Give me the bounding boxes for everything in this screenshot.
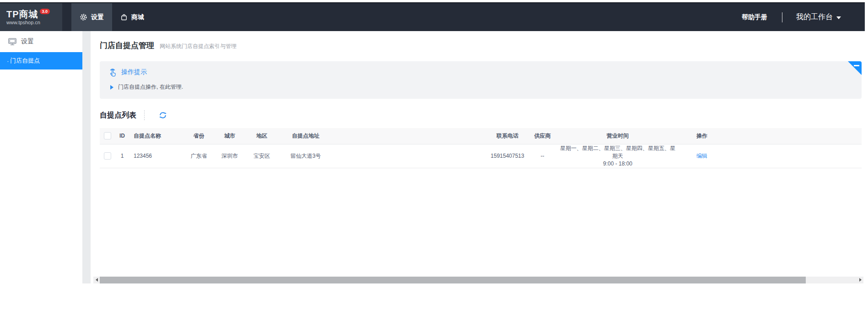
refresh-button[interactable] xyxy=(159,111,167,119)
business-time: 9:00 - 18:00 xyxy=(559,160,676,168)
cell-tail-spacer xyxy=(728,144,862,168)
cell-address: 留仙大道3号 xyxy=(278,144,334,168)
collapse-corner-button[interactable] xyxy=(848,61,862,75)
content-gutter xyxy=(82,31,91,283)
nav-divider xyxy=(782,12,782,22)
main-content: 门店自提点管理 网站系统门店自提点索引与管理 操作提示 门店自提点操作, 在此管… xyxy=(91,31,868,326)
top-navbar: TP商城 3.0 www.tpshop.cn 设置 商城 帮助手册 我的工作台 xyxy=(0,2,865,31)
logo-title: TP商城 xyxy=(6,10,38,19)
select-all-checkbox[interactable] xyxy=(104,132,111,139)
cell-phone: 15915407513 xyxy=(489,144,526,168)
cell-spacer xyxy=(334,144,489,168)
col-supplier: 供应商 xyxy=(526,128,559,144)
cell-action: 编辑 xyxy=(676,144,728,168)
business-days: 星期一、星期二、星期三、星期四、星期五、星期天 xyxy=(559,144,676,160)
col-business-hours: 营业时间 xyxy=(559,128,676,144)
logo[interactable]: TP商城 3.0 www.tpshop.cn xyxy=(0,3,62,31)
col-address: 自提点地址 xyxy=(278,128,334,144)
cell-district: 宝安区 xyxy=(246,144,278,168)
collapse-dash-icon xyxy=(854,65,859,66)
nav-tab-settings-label: 设置 xyxy=(91,13,104,21)
shopping-bag-icon xyxy=(120,13,128,21)
table-row: 1 123456 广东省 深圳市 宝安区 留仙大道3号 15915407513 … xyxy=(100,144,862,168)
col-action: 操作 xyxy=(676,128,728,144)
hand-pointer-icon xyxy=(108,67,117,77)
sidebar-header-settings[interactable]: 设置 xyxy=(0,31,82,52)
dashed-divider xyxy=(144,110,145,120)
cell-city: 深圳市 xyxy=(214,144,246,168)
nav-tab-settings[interactable]: 设置 xyxy=(71,3,112,31)
horizontal-scrollbar[interactable] xyxy=(93,277,863,283)
logo-domain: www.tpshop.cn xyxy=(6,20,62,25)
page-title: 门店自提点管理 xyxy=(100,40,154,51)
scrollbar-thumb[interactable] xyxy=(100,277,806,283)
col-province: 省份 xyxy=(184,128,214,144)
col-spacer xyxy=(334,128,489,144)
nav-tab-mall-label: 商城 xyxy=(131,13,144,21)
list-title: 自提点列表 xyxy=(100,111,136,120)
operation-tips-panel: 操作提示 门店自提点操作, 在此管理. xyxy=(100,61,862,99)
col-tail-spacer xyxy=(728,128,862,144)
scroll-left-arrow[interactable] xyxy=(93,277,100,283)
help-manual-link[interactable]: 帮助手册 xyxy=(742,13,767,21)
sidebar-item-label: 门店自提点 xyxy=(10,57,40,65)
col-phone: 联系电话 xyxy=(489,128,526,144)
cell-province: 广东省 xyxy=(184,144,214,168)
cell-name: 123456 xyxy=(129,144,184,168)
nav-gap xyxy=(62,3,71,31)
tips-title: 操作提示 xyxy=(121,68,147,76)
col-city: 城市 xyxy=(214,128,246,144)
sidebar: 设置 · 门店自提点 xyxy=(0,31,82,326)
workspace-label: 我的工作台 xyxy=(796,12,833,22)
row-checkbox[interactable] xyxy=(104,152,111,160)
col-district: 地区 xyxy=(246,128,278,144)
cell-supplier: -- xyxy=(526,144,559,168)
col-name: 自提点名称 xyxy=(129,128,184,144)
gear-icon xyxy=(80,13,87,21)
col-id: ID xyxy=(115,128,129,144)
bullet-arrow-icon xyxy=(110,85,113,90)
table-header-row: ID 自提点名称 省份 城市 地区 自提点地址 联系电话 供应商 营业时间 操作 xyxy=(100,128,862,144)
monitor-icon xyxy=(8,37,17,46)
scroll-right-arrow[interactable] xyxy=(857,277,863,283)
edit-link[interactable]: 编辑 xyxy=(696,153,707,159)
sidebar-item-bullet: · xyxy=(7,58,9,64)
sidebar-header-label: 设置 xyxy=(21,37,34,46)
nav-tab-mall[interactable]: 商城 xyxy=(112,3,152,31)
page-subtitle: 网站系统门店自提点索引与管理 xyxy=(160,43,237,50)
pickup-point-table: ID 自提点名称 省份 城市 地区 自提点地址 联系电话 供应商 营业时间 操作… xyxy=(100,128,862,168)
cell-id: 1 xyxy=(115,144,129,168)
sidebar-item-pickup-point[interactable]: · 门店自提点 xyxy=(0,52,82,69)
chevron-down-icon xyxy=(836,16,841,19)
tips-item-text: 门店自提点操作, 在此管理. xyxy=(118,83,183,91)
workspace-menu[interactable]: 我的工作台 xyxy=(796,12,841,22)
cell-business-hours: 星期一、星期二、星期三、星期四、星期五、星期天 9:00 - 18:00 xyxy=(559,144,676,168)
version-badge: 3.0 xyxy=(40,9,50,14)
